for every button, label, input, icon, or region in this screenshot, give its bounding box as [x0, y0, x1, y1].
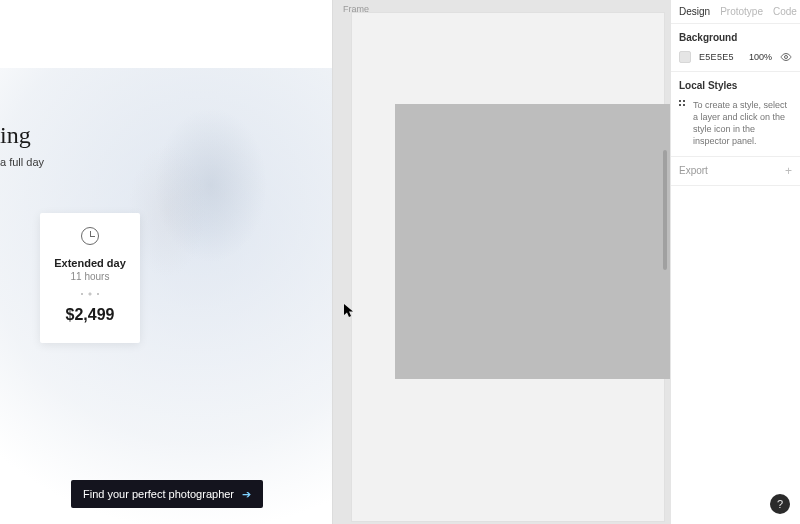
tab-design[interactable]: Design — [679, 6, 710, 17]
add-export-button[interactable]: + — [785, 165, 792, 177]
placeholder-rectangle[interactable] — [395, 104, 670, 379]
local-styles-section: Local Styles To create a style, select a… — [671, 72, 800, 157]
background-swatch[interactable] — [679, 51, 691, 63]
card-divider-icon — [79, 292, 101, 296]
local-styles-hint: To create a style, select a layer and cl… — [679, 99, 792, 148]
local-styles-hint-text: To create a style, select a layer and cl… — [693, 99, 792, 148]
tab-code[interactable]: Code — [773, 6, 797, 17]
plan-price: $2,499 — [66, 306, 115, 324]
reference-page: ing a full day Extended day 11 hours $2,… — [0, 0, 333, 524]
background-section-title: Background — [679, 32, 792, 43]
plan-hours: 11 hours — [71, 271, 110, 282]
page-subtitle: a full day — [0, 156, 44, 168]
background-section: Background E5E5E5 100% — [671, 24, 800, 72]
background-hex[interactable]: E5E5E5 — [699, 52, 741, 62]
export-label: Export — [679, 165, 708, 176]
canvas-scrollbar[interactable] — [663, 150, 667, 270]
inspector-panel: Design Prototype Code Background E5E5E5 … — [670, 0, 800, 524]
grid-dots-icon — [679, 100, 687, 148]
background-opacity[interactable]: 100% — [749, 52, 772, 62]
inspector-tabs: Design Prototype Code — [671, 0, 800, 24]
clock-icon — [81, 227, 99, 245]
background-row[interactable]: E5E5E5 100% — [679, 51, 792, 63]
pricing-card[interactable]: Extended day 11 hours $2,499 — [40, 213, 140, 343]
arrow-right-icon: ➔ — [242, 488, 251, 501]
visibility-toggle-icon[interactable] — [780, 51, 792, 63]
local-styles-title: Local Styles — [679, 80, 792, 91]
find-photographer-button[interactable]: Find your perfect photographer ➔ — [71, 480, 263, 508]
help-button[interactable]: ? — [770, 494, 790, 514]
canvas[interactable]: Frame — [333, 0, 670, 524]
page-title: ing — [0, 122, 31, 149]
plan-name: Extended day — [54, 257, 126, 269]
artboard-frame[interactable] — [352, 13, 664, 521]
tab-prototype[interactable]: Prototype — [720, 6, 763, 17]
svg-point-0 — [785, 56, 788, 59]
cta-label: Find your perfect photographer — [83, 488, 234, 500]
export-section: Export + — [671, 157, 800, 186]
